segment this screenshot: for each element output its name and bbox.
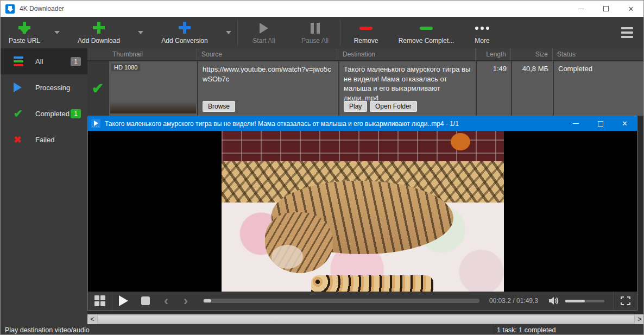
maximize-icon <box>603 6 609 11</box>
sidebar-item-processing[interactable]: Processing <box>1 74 87 100</box>
chevron-down-icon <box>138 31 143 34</box>
video-tiger-cub-muzzle <box>272 245 303 269</box>
table-header: Thumbnail Source Destination Length Size… <box>87 48 644 60</box>
player-close-button[interactable]: ✕ <box>613 116 637 131</box>
app-window: 4K Downloader ✕ Paste URL Add Download A… <box>0 0 644 335</box>
sidebar: All 1 Processing ✔ Completed 1 ✖ Failed <box>1 48 87 324</box>
player-titlebar[interactable]: Такого маленького амурского тигра вы не … <box>88 116 637 131</box>
add-download-button[interactable]: Add Download <box>66 17 132 48</box>
player-app-icon <box>91 119 100 128</box>
maximize-icon <box>598 121 603 127</box>
player-maximize-button[interactable] <box>588 116 613 131</box>
playlist-button[interactable] <box>88 292 112 310</box>
open-folder-button[interactable]: Open Folder <box>370 101 417 112</box>
volume-icon[interactable] <box>548 296 560 306</box>
failed-icon: ✖ <box>14 134 28 146</box>
header-status[interactable]: Status <box>553 48 644 60</box>
close-icon: ✕ <box>622 119 628 128</box>
completed-icon: ✔ <box>14 107 28 120</box>
play-pause-button[interactable] <box>112 292 135 310</box>
player-controls: ‹ › 00:03.2 / 01:49.3 <box>88 292 637 310</box>
header-destination[interactable]: Destination <box>338 48 476 60</box>
player-window: Такого маленького амурского тигра вы не … <box>87 116 637 311</box>
close-button[interactable]: ✕ <box>618 1 643 17</box>
pause-all-icon <box>311 22 320 35</box>
player-title: Такого маленького амурского тигра вы не … <box>105 120 564 128</box>
paste-url-dropdown[interactable] <box>48 17 66 48</box>
paste-url-label: Paste URL <box>9 37 40 45</box>
sidebar-item-label: Failed <box>35 136 54 144</box>
scroll-right-button[interactable]: > <box>635 314 644 324</box>
minimize-button[interactable] <box>569 1 594 17</box>
sidebar-item-label: Processing <box>35 84 70 92</box>
stop-button[interactable] <box>135 292 156 310</box>
size-cell: 40,8 МБ <box>512 61 553 116</box>
window-controls: ✕ <box>569 1 643 17</box>
volume-level <box>565 300 585 302</box>
video-display[interactable] <box>88 131 637 292</box>
sidebar-item-label: Completed <box>35 110 70 118</box>
remove-completed-button[interactable]: Remove Complet... <box>392 17 461 48</box>
task-summary: 1 task: 1 completed <box>494 326 555 334</box>
play-button[interactable]: Play <box>344 101 367 112</box>
menu-button[interactable] <box>611 17 643 48</box>
add-download-dropdown[interactable] <box>132 17 149 48</box>
status-cell: Completed <box>554 61 644 116</box>
header-thumbnail[interactable]: Thumbnail <box>87 48 197 60</box>
add-conversion-icon <box>179 22 191 35</box>
processing-icon <box>14 83 22 92</box>
pause-all-label: Pause All <box>301 37 329 45</box>
add-download-label: Add Download <box>78 37 120 45</box>
player-minimize-button[interactable] <box>564 116 588 131</box>
table-row[interactable]: ✔ HD 1080 https://www.youtube.com/watch?… <box>87 61 644 116</box>
fullscreen-button[interactable] <box>613 292 637 310</box>
add-download-icon <box>93 22 105 35</box>
grid-icon <box>94 295 105 306</box>
start-all-button[interactable]: Start All <box>238 17 290 48</box>
source-url: https://www.youtube.com/watch?v=jwo5cwSO… <box>203 65 334 84</box>
maximize-button[interactable] <box>594 1 618 17</box>
destination-filename: Такого маленького амурского тигра вы не … <box>344 65 471 103</box>
pause-all-button[interactable]: Pause All <box>290 17 340 48</box>
minimize-icon <box>573 123 579 124</box>
paste-url-button[interactable]: Paste URL <box>1 17 48 48</box>
titlebar: 4K Downloader ✕ <box>1 1 643 17</box>
all-count-badge: 1 <box>71 57 81 66</box>
more-button[interactable]: More <box>461 17 503 48</box>
play-icon <box>119 295 128 306</box>
video-frame <box>222 131 504 292</box>
add-conversion-label: Add Conversion <box>161 37 207 45</box>
start-all-icon <box>260 23 268 34</box>
sidebar-item-completed[interactable]: ✔ Completed 1 <box>1 100 87 127</box>
toolbar: Paste URL Add Download Add Conversion St… <box>1 17 643 48</box>
remove-icon <box>359 27 372 30</box>
app-title: 4K Downloader <box>20 5 64 12</box>
scroll-left-button[interactable]: < <box>87 314 97 324</box>
app-logo-icon <box>5 4 15 14</box>
hamburger-icon <box>621 27 633 29</box>
seek-progress <box>204 299 211 302</box>
minimize-icon <box>578 9 584 9</box>
header-source[interactable]: Source <box>197 48 338 60</box>
sidebar-item-label: All <box>35 58 43 66</box>
sidebar-item-failed[interactable]: ✖ Failed <box>1 127 87 153</box>
header-size[interactable]: Size <box>511 48 553 60</box>
next-button[interactable]: › <box>176 295 195 306</box>
paste-url-icon <box>18 22 30 35</box>
add-conversion-dropdown[interactable] <box>220 17 237 48</box>
volume-slider[interactable] <box>565 300 604 302</box>
remove-button[interactable]: Remove <box>340 17 392 48</box>
length-cell: 1:49 <box>477 61 511 116</box>
horizontal-scrollbar[interactable]: < > <box>87 314 644 324</box>
playback-time: 00:03.2 / 01:49.3 <box>489 297 538 305</box>
previous-button[interactable]: ‹ <box>156 295 176 306</box>
video-ball <box>451 133 470 150</box>
scrollbar-thumb[interactable] <box>97 315 635 324</box>
sidebar-item-all[interactable]: All 1 <box>1 48 87 74</box>
browse-button[interactable]: Browse <box>203 101 235 112</box>
header-length[interactable]: Length <box>476 48 511 60</box>
remove-label: Remove <box>354 37 378 45</box>
status-hint: Play destination video/audio <box>1 326 493 334</box>
seek-bar[interactable] <box>203 299 479 303</box>
add-conversion-button[interactable]: Add Conversion <box>149 17 220 48</box>
